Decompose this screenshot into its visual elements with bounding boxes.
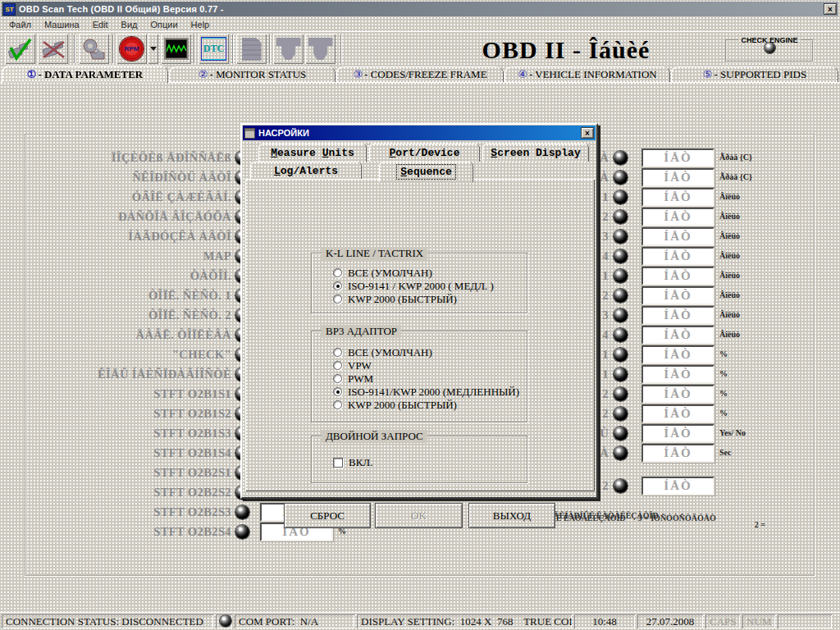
radio-icon [333, 361, 342, 370]
disconnect-button[interactable] [38, 34, 68, 64]
radio-option[interactable]: KWP 2000 (БЫСТРЫЙ) [333, 399, 457, 411]
status-led [614, 427, 628, 441]
tab-label: - DATA PARAMETER [38, 68, 143, 81]
check-engine-panel: CHECK ENGINE [725, 36, 814, 62]
radio-option[interactable]: ISO-9141/KWP 2000 (МЕДЛЕННЫЙ) [333, 386, 519, 398]
radio-label: ISO-9141 / KWP 2000 ( МЕДЛ. ) [348, 280, 494, 293]
window-title: OBD Scan Tech (OBD II Общий) Версия 0.77… [19, 4, 224, 14]
menu-item-5[interactable]: Help [185, 18, 217, 31]
menu-item-4[interactable]: Опции [144, 18, 185, 31]
record-log-button[interactable] [79, 34, 109, 64]
radio-label: KWP 2000 (БЫСТРЫЙ) [348, 293, 457, 306]
radio-icon [333, 400, 342, 409]
reset-button[interactable]: СБРОС [284, 503, 371, 528]
radio-option[interactable]: ISO-9141 / KWP 2000 ( МЕДЛ. ) [333, 280, 494, 292]
ok-button[interactable]: OK [375, 503, 463, 528]
dialog-title-bar: НАСРОЙКИ × [243, 126, 596, 140]
param-unit: Yes/ No [719, 428, 746, 437]
group-dual-request: ДВОЙНОЙ ЗАПРОСВКЛ. [311, 436, 527, 483]
obd-connector-2-button[interactable] [305, 34, 336, 64]
disconnect-icon [39, 37, 67, 62]
dialog-tab-label: Log/Alerts [274, 165, 338, 177]
param-unit: Ãðàä {C} [719, 153, 752, 162]
radio-option[interactable]: ВСЕ (УМОЛЧАН) [333, 346, 432, 358]
radio-icon [333, 387, 342, 396]
close-icon[interactable]: × [824, 3, 837, 15]
dialog-close-icon[interactable]: × [581, 127, 594, 139]
param-value-box: ÍÅÒ [641, 267, 714, 285]
obd-connector-icon [308, 38, 333, 60]
param-label: ÏÎÇÈÖÈß ÄÐÎÑÑÅËß [0, 150, 231, 165]
dialog-tab-log-alerts[interactable]: Log/Alerts [250, 162, 362, 180]
dialog-tab-label: Measure Units [271, 147, 354, 159]
toolbar-separator [194, 34, 195, 63]
obd-connector-1-button[interactable] [273, 34, 304, 64]
app-icon: ST [3, 3, 16, 16]
param-label: ÄÀÂË. ÒÎÏËÈÂÀ [0, 327, 231, 342]
menu-item-0[interactable]: Файл [2, 18, 38, 31]
param-unit: % [719, 389, 728, 398]
status-led [614, 190, 628, 204]
status-led [614, 249, 628, 263]
status-led [614, 151, 628, 165]
status-segment-4: 10:48 [574, 614, 635, 628]
group-0: K-L LINE / TACTRIXВСЕ (УМОЛЧАН)ISO-9141 … [311, 253, 527, 313]
obd-connector-icon [276, 38, 301, 60]
param-value-box: ÍÅÒ [641, 286, 714, 305]
radio-label: ВСЕ (УМОЛЧАН) [348, 346, 432, 359]
radio-label: PWM [348, 372, 373, 386]
footnote-line2: ÄÂÎÉÍÎÉ ÊÀÒÀËÈÇÀÒÎÐ 3 = ÎÒÑÓÒÑÒÂÓÅÒ [529, 514, 716, 523]
radio-icon [333, 374, 342, 383]
param-value-box: ÍÅÒ [641, 477, 714, 495]
tab-3[interactable]: ④- VEHICLE INFORMATION [504, 66, 670, 82]
rpm-gauge-button[interactable]: RPM [116, 34, 147, 64]
menu-item-3[interactable]: Вид [115, 18, 144, 31]
param-label: ÒÀÕÎÌ. [0, 268, 231, 283]
tab-4[interactable]: ⑤- SUPPORTED PIDS [671, 66, 838, 82]
status-led [614, 446, 628, 460]
dialog-tab-screen-display[interactable]: Screen Display [482, 144, 589, 162]
param-unit: Sec [719, 448, 731, 457]
dialog-tab-label: Port/Device [390, 147, 460, 159]
dialog-tab-port-device[interactable]: Port/Device [369, 144, 480, 162]
radio-option[interactable]: PWM [333, 372, 373, 385]
param-value-box: ÍÅÒ [641, 404, 714, 423]
status-segment-6: CAPS [705, 614, 740, 628]
tab-number: ① [27, 68, 37, 81]
oscilloscope-button[interactable] [161, 34, 191, 64]
tab-1[interactable]: ②- MONITOR STATUS [169, 66, 336, 82]
param-label: STFT O2B1S3 [0, 426, 231, 441]
dialog-tab-measure-units[interactable]: Measure Units [258, 144, 367, 162]
radio-option[interactable]: KWP 2000 (БЫСТРЫЙ) [333, 293, 457, 305]
param-label: MAP [0, 249, 231, 263]
status-segment-2: COM PORT: N/A [235, 614, 354, 628]
status-led [614, 348, 628, 362]
settings-dialog: НАСРОЙКИ × Measure UnitsPort/DeviceScree… [240, 123, 598, 499]
status-segment-8 [778, 614, 832, 628]
param-unit: % [719, 349, 728, 358]
tab-0[interactable]: ①- DATA PARAMETER [2, 66, 168, 83]
radio-label: ISO-9141/KWP 2000 (МЕДЛЕННЫЙ) [348, 386, 519, 399]
radio-option[interactable]: ВСЕ (УМОЛЧАН) [333, 267, 432, 279]
checkbox-option[interactable]: ВКЛ. [333, 456, 372, 468]
toolbar: RPM DTC OBD II - Îáùèé CHECK ENGINE [0, 31, 840, 66]
status-led [614, 269, 628, 283]
memory-chip-button[interactable] [236, 34, 267, 64]
tab-2[interactable]: ③- CODES/FREEZE FRAME [336, 66, 504, 82]
connect-button[interactable] [5, 34, 35, 64]
status-segment-3: DISPLAY SETTING: 1024 X 768 TRUE COLOR [357, 614, 572, 628]
dtc-codes-button[interactable]: DTC [199, 34, 229, 64]
rpm-dropdown-button[interactable] [148, 34, 158, 64]
param-value-box: ÍÅÒ [641, 208, 714, 226]
param-label: STFT O2B2S1 [0, 465, 231, 480]
param-label: STFT O2B2S2 [0, 485, 231, 500]
tab-number: ⑤ [703, 68, 713, 81]
menu-item-1[interactable]: Машина [38, 18, 86, 31]
param-unit: Âîëüò [719, 310, 740, 319]
radio-option[interactable]: VPW [333, 359, 372, 372]
exit-button[interactable]: ВЫХОД [468, 503, 555, 528]
status-led [614, 210, 628, 224]
memory-chip-icon [242, 38, 262, 61]
dialog-tab-sequence[interactable]: Sequence [379, 162, 473, 182]
menu-item-2[interactable]: Edit [86, 18, 115, 31]
